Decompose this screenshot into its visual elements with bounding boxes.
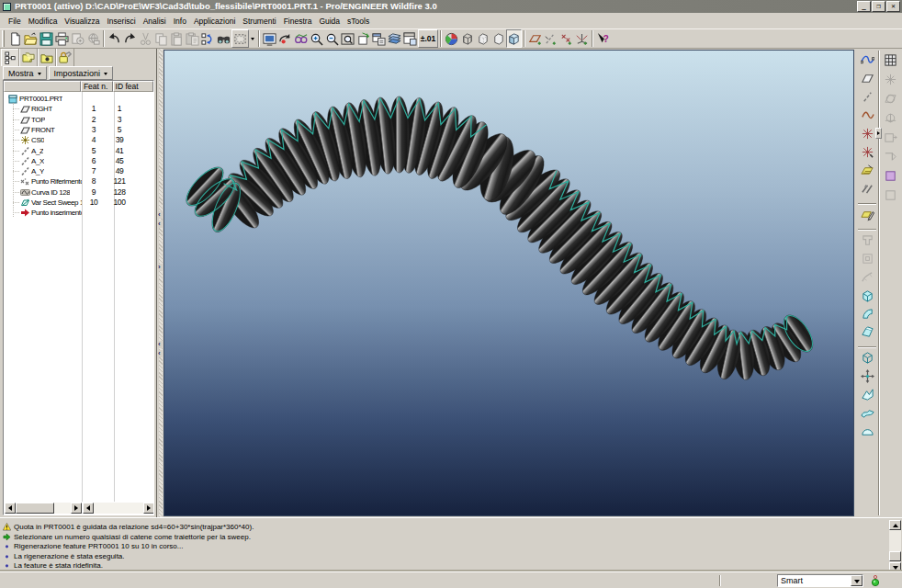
context-help-button[interactable] (595, 29, 611, 48)
refit-button[interactable] (340, 29, 355, 48)
surface-button[interactable] (857, 403, 877, 422)
grid-button[interactable] (881, 51, 901, 70)
dimension-tolerance-button[interactable]: ±.01 (418, 29, 438, 48)
reorient-button[interactable] (355, 29, 371, 48)
print-preview-button[interactable] (70, 29, 85, 48)
menu-info[interactable]: Info (170, 14, 190, 28)
scroll-thumb[interactable] (889, 551, 901, 561)
tree-item-a-x[interactable]: A_X645 (4, 156, 153, 166)
warp-button[interactable] (857, 385, 877, 403)
save-button[interactable] (39, 29, 54, 48)
select-box-button[interactable] (231, 29, 249, 48)
redo-button[interactable] (122, 29, 138, 48)
menu-stools[interactable]: sTools (344, 14, 373, 28)
tab-favorites[interactable] (38, 49, 56, 66)
find-button[interactable] (216, 29, 231, 48)
column-header-name[interactable] (4, 81, 81, 92)
saved-views-button[interactable] (371, 29, 387, 48)
menu-modifica[interactable]: Modifica (25, 14, 62, 28)
selection-filter-combo[interactable]: Smart (777, 574, 863, 587)
extend-button[interactable] (881, 186, 901, 205)
scroll-left-button[interactable] (83, 503, 94, 514)
scroll-thumb[interactable] (16, 503, 54, 514)
analysis-button[interactable] (857, 161, 877, 179)
copy-button[interactable] (153, 29, 169, 48)
navigator-sash[interactable]: ‹ ‹ › ‹ ‹ (156, 49, 163, 517)
render-style-button[interactable] (444, 29, 459, 48)
graph-button[interactable] (857, 179, 877, 198)
tree-item-a-y[interactable]: A_Y749 (4, 166, 153, 176)
tree-item-var-sect-sweep-1[interactable]: Var Sect Sweep 110100 (4, 198, 153, 208)
paste-button[interactable] (169, 29, 185, 48)
merge-button[interactable] (881, 108, 901, 128)
extrude-button[interactable] (857, 231, 877, 249)
menu-inserisci[interactable]: Inserisci (103, 14, 139, 28)
scroll-right-button[interactable] (143, 503, 154, 514)
datum-axis-button[interactable] (857, 87, 877, 106)
boundary-blend-button[interactable] (857, 322, 877, 341)
scroll-track[interactable] (16, 503, 71, 514)
revolve-surface-button[interactable] (857, 304, 877, 322)
orient-mode-button[interactable] (293, 29, 309, 48)
pattern-button[interactable] (881, 70, 901, 89)
shaded-button[interactable] (506, 29, 522, 48)
scroll-track[interactable] (94, 503, 143, 514)
datum-curve-button[interactable] (857, 106, 877, 124)
tree-item-cs0[interactable]: CS0439 (4, 135, 153, 145)
paste-special-button[interactable] (185, 29, 200, 48)
regenerate-button[interactable] (200, 29, 216, 48)
scroll-left-button[interactable] (5, 503, 16, 514)
menu-file[interactable]: File (5, 14, 25, 28)
maximize-button[interactable]: ❐ (872, 1, 885, 12)
dome-button[interactable] (857, 422, 877, 440)
tree-item-front[interactable]: FRONT35 (4, 125, 153, 135)
datum-points-toggle[interactable] (558, 29, 574, 48)
settings-menu-button[interactable]: Impostazioni (49, 66, 114, 80)
print-setup-button[interactable] (85, 29, 101, 48)
undo-button[interactable] (107, 29, 122, 48)
new-file-button[interactable] (7, 29, 23, 48)
style-button[interactable] (857, 348, 877, 367)
print-button[interactable] (54, 29, 70, 48)
layers-button[interactable] (387, 29, 402, 48)
columns-hscrollbar[interactable] (83, 503, 154, 514)
datum-csys-button[interactable] (857, 142, 877, 161)
combo-dropdown-button[interactable] (851, 575, 863, 586)
spin-center-button[interactable] (277, 29, 293, 48)
tab-model-tree[interactable] (1, 49, 19, 66)
area-button[interactable] (881, 166, 901, 186)
datum-point-button[interactable] (857, 124, 877, 142)
tree-root-item[interactable]: PRT0001.PRT (4, 94, 153, 104)
column-header-feat[interactable]: Feat n. (81, 81, 113, 92)
message-scrollbar[interactable] (889, 520, 901, 572)
move-button[interactable] (857, 367, 877, 385)
tree-hscrollbar[interactable] (5, 503, 82, 514)
sketch-tool-button[interactable] (857, 205, 877, 223)
select-box-dropdown[interactable] (249, 29, 256, 48)
datum-plane-button[interactable] (857, 69, 877, 87)
extrude-surface-button[interactable] (857, 286, 877, 304)
trim-button[interactable] (881, 128, 901, 147)
revolve-button[interactable] (857, 249, 877, 267)
menu-guida[interactable]: Guida (315, 14, 344, 28)
menu-strumenti[interactable]: Strumenti (239, 14, 279, 28)
close-button[interactable]: ✕ (886, 1, 900, 12)
menu-analisi[interactable]: Analisi (140, 14, 170, 28)
sweep-button[interactable] (857, 267, 877, 286)
style-curve-button[interactable] (857, 51, 877, 69)
view-manager-button[interactable] (402, 29, 418, 48)
tree-item-a-z[interactable]: A_Z541 (4, 146, 153, 156)
show-menu-button[interactable]: Mostra (3, 66, 47, 80)
tab-folder-browser[interactable] (19, 49, 38, 66)
datum-axes-toggle[interactable] (543, 29, 558, 48)
graphics-viewport[interactable] (163, 50, 854, 516)
menu-finestra[interactable]: Finestra (280, 14, 316, 28)
no-hidden-button[interactable] (490, 29, 506, 48)
datum-planes-toggle[interactable] (527, 29, 543, 48)
tree-item-punto-inserimento[interactable]: Punto inserimento (4, 208, 153, 218)
hidden-line-button[interactable] (475, 29, 490, 48)
repaint-button[interactable] (262, 29, 277, 48)
datum-csys-toggle[interactable] (574, 29, 590, 48)
mirror-button[interactable] (881, 89, 901, 108)
tree-item-top[interactable]: TOP23 (4, 115, 153, 125)
